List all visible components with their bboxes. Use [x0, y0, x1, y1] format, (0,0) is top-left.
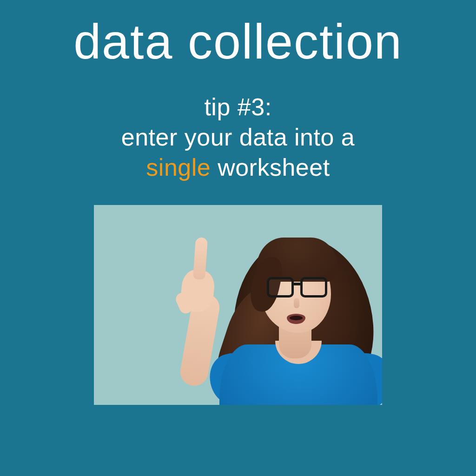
hero-image — [94, 205, 382, 405]
page-title: data collection — [73, 17, 403, 66]
glasses-icon — [267, 277, 327, 298]
illustration-lens-right — [300, 277, 327, 298]
illustration-glasses-bridge — [293, 283, 301, 285]
tip-line-3: single worksheet — [121, 152, 355, 183]
tip-line-1: tip #3: — [121, 92, 355, 122]
tip-line-3-rest: worksheet — [211, 154, 330, 181]
illustration-lens-left — [267, 277, 294, 298]
illustration-nose — [294, 298, 299, 308]
illustration-hair-front — [257, 238, 338, 282]
tip-accent-word: single — [146, 154, 211, 181]
tip-line-2: enter your data into a — [121, 122, 355, 152]
tip-text: tip #3: enter your data into a single wo… — [121, 92, 355, 183]
